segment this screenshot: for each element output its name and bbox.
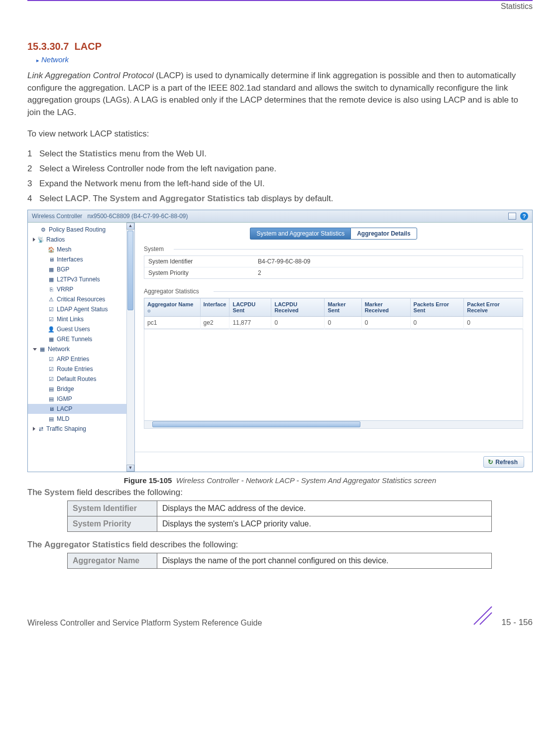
nav-label: Interfaces xyxy=(57,256,83,263)
table-row: Aggregator NameDisplays the name of the … xyxy=(68,553,492,569)
nav-icon: ☑ xyxy=(48,356,55,362)
chevron-down-icon xyxy=(33,348,37,351)
nav-item-gre-tunnels[interactable]: ▦GRE Tunnels xyxy=(28,334,134,344)
sort-icon: ⊙ xyxy=(147,309,151,313)
nav-icon: 🏠 xyxy=(48,247,55,252)
figure-text: Wireless Controller - Network LACP - Sys… xyxy=(176,476,437,485)
nav-icon: ▤ xyxy=(48,416,55,422)
nav-label: ARP Entries xyxy=(57,356,89,363)
agg-col-6[interactable]: Packets Error Sent xyxy=(410,298,464,317)
nav-item-guest-users[interactable]: 👤Guest Users xyxy=(28,324,134,334)
nav-label: Critical Resources xyxy=(57,296,105,303)
nav-item-default-routes[interactable]: ☑Default Routes xyxy=(28,374,134,384)
section-heading: 15.3.30.7 LACP xyxy=(27,41,533,52)
agg-col-7[interactable]: Packet Error Receive xyxy=(464,298,523,317)
h-scrollbar-track xyxy=(144,420,523,428)
system-fieldset: System System Identifier B4-C7-99-6C-88-… xyxy=(144,246,523,279)
footer-page: 15 - 156 xyxy=(502,618,533,628)
nav-icon: 🖥 xyxy=(48,256,55,262)
nav-item-vrrp[interactable]: ⎘VRRP xyxy=(28,284,134,294)
nav-item-network[interactable]: ▦Network xyxy=(28,344,134,354)
system-legend: System xyxy=(144,246,523,252)
step-2: Select a Wireless Controller node from t… xyxy=(27,164,533,174)
system-def-table: System IdentifierDisplays the MAC addres… xyxy=(67,501,492,532)
aggregator-header-row: Aggregator Name ⊙InterfaceLACPDU SentLAC… xyxy=(144,298,523,317)
system-priority-val: Displays the system's LACP priority valu… xyxy=(157,516,492,532)
agg-cell-1: ge2 xyxy=(200,317,229,329)
nav-label: L2TPv3 Tunnels xyxy=(57,276,100,283)
nav-label: MLD xyxy=(57,415,69,422)
header-section: Statistics xyxy=(27,2,533,11)
aggregator-data-row: pc1ge211,87700000 xyxy=(144,317,523,329)
aggregator-legend: Aggregator Statistics xyxy=(144,288,523,295)
nav-item-interfaces[interactable]: 🖥Interfaces xyxy=(28,254,134,264)
intro-paragraph: Link Aggregation Control Protocol (LACP)… xyxy=(27,70,533,119)
agg-col-2[interactable]: LACPDU Sent xyxy=(229,298,271,317)
nav-label: Traffic Shaping xyxy=(46,425,86,432)
nav-label: LACP xyxy=(57,405,72,412)
nav-icon: ▦ xyxy=(39,346,46,352)
footer-bar: ↻ Refresh xyxy=(135,452,532,472)
agg-cell-6: 0 xyxy=(410,317,464,329)
nav-item-route-entries[interactable]: ☑Route Entries xyxy=(28,364,134,374)
main-panel: System and Aggregator Statistics Aggrega… xyxy=(135,223,532,472)
aggregator-scroll-area xyxy=(144,329,523,429)
aggregator-def-table: Aggregator NameDisplays the name of the … xyxy=(67,553,492,569)
help-icon[interactable]: ? xyxy=(520,212,528,220)
nav-item-lacp[interactable]: 🖥LACP xyxy=(28,404,134,414)
nav-item-traffic-shaping[interactable]: ⇄Traffic Shaping xyxy=(28,424,134,434)
nav-icon: ▦ xyxy=(48,266,55,272)
agg-col-1[interactable]: Interface xyxy=(200,298,229,317)
scroll-down-button[interactable]: ▼ xyxy=(126,465,134,472)
nav-label: BGP xyxy=(57,266,69,273)
aggregator-table: Aggregator Name ⊙InterfaceLACPDU SentLAC… xyxy=(144,298,523,329)
nav-label: Radios xyxy=(46,236,65,243)
figure-label: Figure 15-105 xyxy=(124,476,172,485)
tab-system-aggregator[interactable]: System and Aggregator Statistics xyxy=(250,228,350,240)
nav-icon: ⎘ xyxy=(48,286,55,292)
nav-item-critical-resources[interactable]: ⚠Critical Resources xyxy=(28,294,134,304)
h-scrollbar-thumb[interactable] xyxy=(152,421,360,427)
tab-aggregator-details[interactable]: Aggregator Details xyxy=(350,228,417,240)
refresh-button[interactable]: ↻ Refresh xyxy=(483,456,524,468)
nav-item-bgp[interactable]: ▦BGP xyxy=(28,264,134,274)
top-rule xyxy=(27,0,533,1)
nav-icon: ▤ xyxy=(48,396,55,402)
nav-icon: ⚙ xyxy=(40,227,47,233)
refresh-label: Refresh xyxy=(495,459,518,466)
aggregator-name-val: Displays the name of the port channel co… xyxy=(157,553,492,569)
breadcrumb-network[interactable]: Network xyxy=(36,55,533,64)
nav-item-mint-links[interactable]: ☑Mint Links xyxy=(28,314,134,324)
refresh-icon: ↻ xyxy=(488,458,493,466)
screenshot: Wireless Controller nx9500-6C8809 (B4-C7… xyxy=(27,210,533,472)
agg-cell-4: 0 xyxy=(325,317,361,329)
nav-label: VRRP xyxy=(57,286,73,293)
nav-icon: ☑ xyxy=(48,316,55,322)
nav-icon: ▦ xyxy=(48,276,55,282)
nav-item-mld[interactable]: ▤MLD xyxy=(28,414,134,424)
section-title: LACP xyxy=(75,41,102,52)
nav-item-mesh[interactable]: 🏠Mesh xyxy=(28,245,134,254)
nav-item-igmp[interactable]: ▤IGMP xyxy=(28,394,134,404)
nav-item-bridge[interactable]: ▤Bridge xyxy=(28,384,134,394)
nav-label: LDAP Agent Status xyxy=(57,306,108,313)
nav-item-policy-based-routing[interactable]: ⚙Policy Based Routing xyxy=(28,225,134,235)
nav-item-arp-entries[interactable]: ☑ARP Entries xyxy=(28,354,134,364)
agg-col-0[interactable]: Aggregator Name ⊙ xyxy=(144,298,201,317)
agg-col-4[interactable]: Marker Sent xyxy=(325,298,361,317)
nav-label: Default Routes xyxy=(57,376,96,382)
nav-item-l2tpv3-tunnels[interactable]: ▦L2TPv3 Tunnels xyxy=(28,274,134,284)
nav-icon: ☑ xyxy=(48,376,55,382)
agg-col-5[interactable]: Marker Received xyxy=(361,298,410,317)
agg-cell-3: 0 xyxy=(271,317,325,329)
scrollbar-thumb[interactable] xyxy=(127,231,133,310)
to-view-line: To view network LACP statistics: xyxy=(27,128,533,140)
nav-item-ldap-agent-status[interactable]: ☑LDAP Agent Status xyxy=(28,304,134,314)
nav-label: Network xyxy=(48,346,70,353)
nav-icon: ☑ xyxy=(48,306,55,312)
agg-col-3[interactable]: LACPDU Received xyxy=(271,298,325,317)
scroll-up-button[interactable]: ▲ xyxy=(126,223,134,230)
nav-item-radios[interactable]: 📡Radios xyxy=(28,235,134,245)
grid-icon[interactable] xyxy=(508,213,516,220)
system-desc: The System field describes the following… xyxy=(27,488,533,498)
